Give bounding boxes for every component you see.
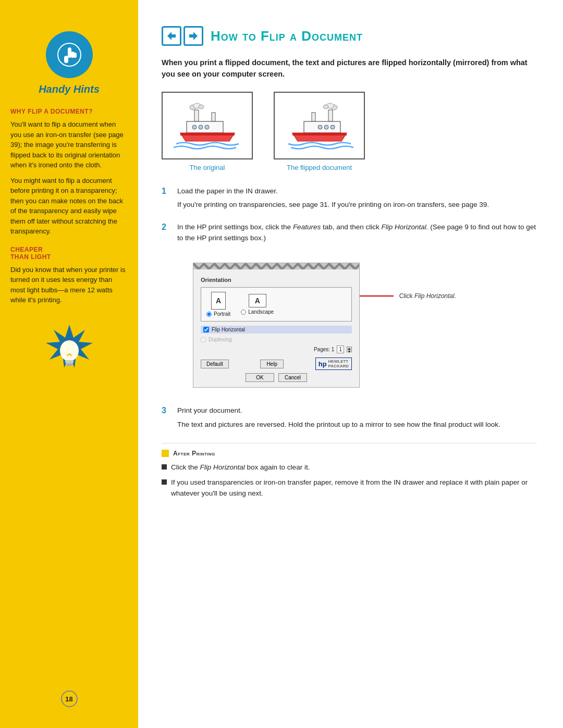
landscape-box: A: [249, 294, 266, 307]
pages-label: Pages: 1: [314, 347, 334, 352]
page-header: How to Flip a Document: [162, 26, 537, 46]
yellow-square-icon: [162, 450, 169, 457]
portrait-radio[interactable]: Portrait: [206, 311, 230, 317]
pages-up[interactable]: ▲: [347, 347, 352, 349]
step-1-number: 1: [162, 187, 171, 196]
svg-point-16: [199, 105, 204, 109]
after-printing-header: After Printing: [162, 450, 537, 457]
step-2-main: In the HP print settings box, click the …: [177, 222, 537, 244]
step-1-main: Load the paper in the IN drawer.: [177, 186, 537, 197]
flip-horizontal-row[interactable]: Flip Horizontal: [201, 326, 352, 334]
dialog-screenshot: Orientation A Portrait A: [193, 263, 360, 388]
why-flip-body1: You'll want to flip a document when you …: [10, 119, 128, 170]
hp-brand: HEWLETTPACKARD: [328, 359, 349, 368]
boat-original: The original: [162, 92, 253, 171]
step-1-sub: If you're printing on transparencies, se…: [177, 200, 537, 211]
svg-point-21: [205, 125, 209, 129]
step-3-main: Print your document.: [177, 405, 537, 416]
boat-flipped-frame: [274, 92, 365, 159]
bullet-text-2: If you used transparencies or iron-on tr…: [171, 477, 537, 499]
dialog-inner: Orientation A Portrait A: [193, 269, 359, 387]
orientation-section: A Portrait A Landscape: [201, 287, 352, 322]
svg-rect-17: [212, 113, 215, 121]
boat-original-frame: [162, 92, 253, 159]
step-3-content: Print your document. The text and pictur…: [177, 405, 537, 434]
why-flip-body2: You might want to flip a document before…: [10, 176, 128, 237]
portrait-box: A: [211, 292, 226, 310]
flip-annotation: Click Flip Horizontal.: [360, 292, 456, 300]
bullet-text-1: Click the Flip Horizontal box again to c…: [171, 462, 310, 473]
svg-rect-1: [64, 56, 68, 63]
help-button[interactable]: Help: [260, 360, 284, 368]
step-2: 2 In the HP print settings box, click th…: [162, 222, 537, 247]
ok-button[interactable]: OK: [246, 373, 274, 382]
svg-rect-4: [74, 53, 77, 58]
flipped-boat-svg: [283, 100, 356, 152]
svg-rect-9: [66, 363, 73, 364]
why-flip-title: Why Flip a Document?: [10, 108, 128, 115]
landscape-option: A Landscape: [241, 294, 274, 315]
svg-point-7: [60, 340, 79, 361]
bullet-item-1: Click the Flip Horizontal box again to c…: [162, 462, 537, 473]
cancel-button[interactable]: Cancel: [278, 373, 307, 382]
arrow-right-icon: [188, 30, 199, 42]
svg-rect-10: [66, 364, 72, 366]
svg-marker-11: [167, 32, 176, 40]
hand-icon: [54, 39, 85, 70]
svg-point-20: [199, 125, 203, 129]
boat-illustrations: The original: [162, 92, 537, 171]
handy-hints-icon: [46, 31, 93, 78]
hp-logo: hp HEWLETTPACKARD: [315, 357, 352, 370]
svg-marker-12: [189, 32, 198, 40]
pages-input[interactable]: 1: [337, 346, 344, 353]
sidebar-section-why: Why Flip a Document? You'll want to flip…: [10, 108, 128, 237]
bullet-square-2: [162, 479, 167, 485]
arrow-left-icon: [166, 30, 177, 42]
pages-row: Pages: 1 1 ▲ ▼: [201, 346, 352, 353]
dialog-ok-cancel: OK Cancel: [201, 373, 352, 382]
cheaper-than-light-title: Cheaper Than Light: [10, 246, 128, 261]
dialog-screenshot-wrapper: Orientation A Portrait A: [177, 255, 360, 397]
boat-original-label: The original: [190, 164, 225, 171]
boat-flipped-label: The flipped document: [287, 164, 352, 171]
sidebar: Handy Hints Why Flip a Document? You'll …: [0, 0, 138, 728]
svg-rect-2: [68, 47, 71, 58]
main-content: How to Flip a Document When you print a …: [138, 0, 563, 728]
after-printing-section: After Printing Click the Flip Horizontal…: [162, 443, 537, 499]
step-2-number: 2: [162, 223, 171, 232]
boat-flipped: The flipped document: [274, 92, 365, 171]
duplex-label: Duplexing: [209, 337, 231, 342]
step-2-content: In the HP print settings box, click the …: [177, 222, 537, 247]
click-annotation-text: Click Flip Horizontal.: [399, 292, 456, 300]
handy-hints-label: Handy Hints: [39, 83, 100, 95]
svg-rect-8: [65, 360, 74, 363]
flip-left-icon: [162, 26, 181, 46]
annotation-arrow: [360, 292, 396, 300]
hp-text: hp: [319, 360, 327, 368]
orientation-row: A Portrait A Landscape: [206, 292, 346, 317]
svg-rect-13: [194, 110, 199, 121]
step-3: 3 Print your document. The text and pict…: [162, 405, 537, 434]
landscape-radio[interactable]: Landscape: [241, 309, 274, 315]
bullet-item-2: If you used transparencies or iron-on tr…: [162, 477, 537, 499]
cheaper-body: Did you know that when your printer is t…: [10, 265, 128, 305]
dialog-title: Orientation: [201, 277, 352, 283]
step-1: 1 Load the paper in the IN drawer. If yo…: [162, 186, 537, 214]
flip-right-icon: [183, 26, 203, 46]
svg-rect-32: [292, 133, 347, 135]
portrait-option: A Portrait: [206, 292, 230, 317]
step-3-sub: The text and pictures are reversed. Hold…: [177, 419, 537, 430]
pages-down[interactable]: ▼: [347, 350, 352, 352]
default-button[interactable]: Default: [201, 360, 229, 368]
pages-spinner[interactable]: ▲ ▼: [347, 347, 352, 352]
duplex-checkbox: [201, 337, 206, 342]
lightbulb-svg: [43, 322, 95, 379]
bullet-square-1: [162, 464, 167, 470]
flip-horizontal-label: Flip Horizontal: [212, 327, 245, 332]
original-boat-svg: [171, 100, 244, 152]
lightbulb-illustration: [43, 322, 95, 379]
page-number: 18: [61, 690, 78, 707]
svg-rect-27: [312, 113, 315, 121]
flip-horizontal-checkbox[interactable]: [203, 327, 209, 332]
svg-rect-22: [180, 133, 235, 135]
